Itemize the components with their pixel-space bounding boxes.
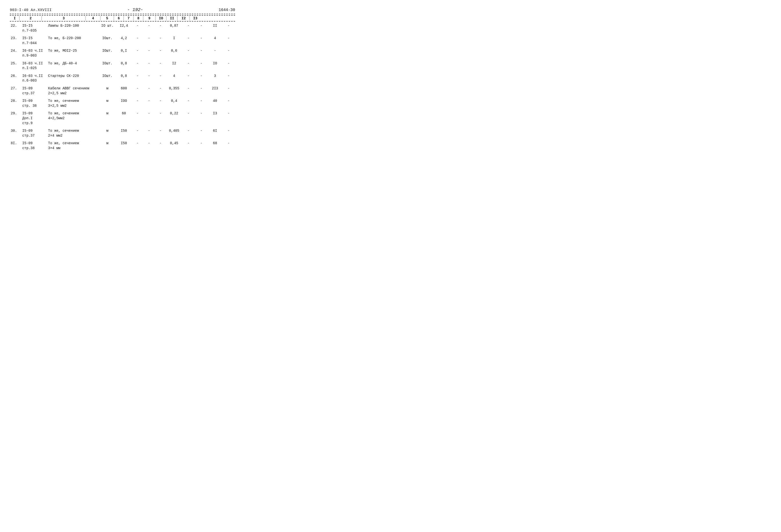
cell-row2-col3: То же, Б-220-200 [47,35,99,47]
cell-row4-col1: 25. [10,60,21,72]
cell-row1-col11: - [195,22,208,35]
cell-row6-col10: - [182,85,195,97]
cell-row3-col8: - [155,47,166,59]
cell-row4-col8: - [155,60,166,72]
cell-row8-col2: I5-09Доп.Iстр.9 [21,110,47,127]
table-row: 28.I5-09стр. 38То же, сечением3×2,5 мм2м… [10,97,235,110]
cell-row2-col1: 23. [10,35,21,47]
cell-row9-col4: м [99,127,116,139]
cell-row8-col4: м [99,110,116,127]
cell-row7-col3: То же, сечением3×2,5 мм2 [47,97,99,110]
cell-row2-col13: - [222,35,235,47]
cell-row6-col6: - [132,85,143,97]
cell-row8-col7: - [143,110,155,127]
cell-row6-col13: - [222,85,235,97]
col-header-5: 5 [100,16,114,20]
col-header-1: I [10,16,19,20]
cell-row3-col5: 0,I [116,47,132,59]
cell-row4-col2: I6-03 ч.IIп.I-025 [21,60,47,72]
cell-row10-col7: - [143,139,155,152]
cell-row5-col12: 3 [208,72,222,85]
cell-row4-col5: 0,8 [116,60,132,72]
cell-row10-col3: То же, сечением3×4 мм [47,139,99,152]
cell-row3-col11: - [195,47,208,59]
cell-row9-col9: 0,405 [166,127,182,139]
table-row: 23.I5-I5п.7-044То же, Б-220-200IOшт.4,2-… [10,35,235,47]
cell-row9-col12: 6I [208,127,222,139]
cell-row7-col12: 40 [208,97,222,110]
column-headers: I 2 3 4 5 6 7 8 9 IO II I2 I3 [10,15,235,21]
cell-row2-col4: IOшт. [99,35,116,47]
cell-row3-col12: - [208,47,222,59]
col-header-11: II [167,16,177,20]
cell-row7-col8: - [155,97,166,110]
cell-row5-col4: IOшт. [99,72,116,85]
cell-row2-col2: I5-I5п.7-044 [21,35,47,47]
table-row: 29.I5-09Доп.Iстр.9То же, сечением4×2,5мм… [10,110,235,127]
cell-row7-col6: - [132,97,143,110]
cell-row1-col4: IO шт. [99,22,116,35]
cell-row3-col3: То же, МОI2-25 [47,47,99,59]
col-header-4: 4 [86,16,100,20]
cell-row1-col12: II [208,22,222,35]
cell-row4-col3: То же, ДБ-40-4 [47,60,99,72]
cell-row10-col8: - [155,139,166,152]
cell-row4-col9: I2 [166,60,182,72]
col-header-13: I3 [190,16,201,20]
cell-row10-col11: - [195,139,208,152]
cell-row6-col3: Кабели АВВГ сечением2×2,5 мм2 [47,85,99,97]
col-header-3: 3 [42,16,86,20]
cell-row6-col1: 27. [10,85,21,97]
cell-row5-col11: - [195,72,208,85]
cell-row8-col10: - [182,110,195,127]
top-divider [10,14,235,14]
cell-row8-col12: I3 [208,110,222,127]
table-row: 24.I6-03 ч.IIп.9-003То же, МОI2-25IOшт.0… [10,47,235,59]
cell-row9-col10: - [182,127,195,139]
table-row: 22.I5-I5п.7-035Лампы Б-220-100IO шт.I2,4… [10,22,235,35]
cell-row2-col7: - [143,35,155,47]
cell-row3-col7: - [143,47,155,59]
cell-row6-col9: 0,355 [166,85,182,97]
cell-row1-col7: - [143,22,155,35]
cell-row5-col9: 4 [166,72,182,85]
cell-row4-col13: - [222,60,235,72]
col-header-6: 6 [114,16,124,20]
cell-row5-col8: - [155,72,166,85]
table-row: 27.I5-09стр.37Кабели АВВГ сечением2×2,5 … [10,85,235,97]
cell-row2-col11: - [195,35,208,47]
header-left: 903-I-40 Ал.XXVIII [10,8,52,12]
col-header-9: 9 [143,16,156,20]
cell-row1-col9: 0,87 [166,22,182,35]
cell-row1-col10: - [182,22,195,35]
cell-row3-col2: I6-03 ч.IIп.9-003 [21,47,47,59]
cell-row4-col6: - [132,60,143,72]
col-header-12: I2 [177,16,190,20]
table-row: 30.I5-09стр.37То же, сечением2×4 мм2мI50… [10,127,235,139]
page-header: 903-I-40 Ал.XXVIII - 192- 1644-30 [10,7,235,12]
cell-row7-col13: - [222,97,235,110]
cell-row4-col11: - [195,60,208,72]
header-center: - 192- [127,7,143,12]
cell-row7-col1: 28. [10,97,21,110]
cell-row8-col13: - [222,110,235,127]
cell-row9-col2: I5-09стр.37 [21,127,47,139]
cell-row5-col13: - [222,72,235,85]
cell-row2-col12: 4 [208,35,222,47]
cell-row10-col9: 0,45 [166,139,182,152]
cell-row8-col3: То же, сечением4×2,5мм2 [47,110,99,127]
cell-row1-col5: I2,4 [116,22,132,35]
cell-row9-col5: I50 [116,127,132,139]
cell-row4-col12: IO [208,60,222,72]
cell-row1-col2: I5-I5п.7-035 [21,22,47,35]
cell-row1-col6: - [132,22,143,35]
col-header-10: IO [156,16,167,20]
cell-row4-col4: IOшт. [99,60,116,72]
cell-row9-col3: То же, сечением2×4 мм2 [47,127,99,139]
cell-row1-col1: 22. [10,22,21,35]
cell-row10-col2: I5-09стр.38 [21,139,47,152]
cell-row7-col7: - [143,97,155,110]
cell-row2-col9: I [166,35,182,47]
cell-row10-col6: - [132,139,143,152]
cell-row8-col5: 60 [116,110,132,127]
